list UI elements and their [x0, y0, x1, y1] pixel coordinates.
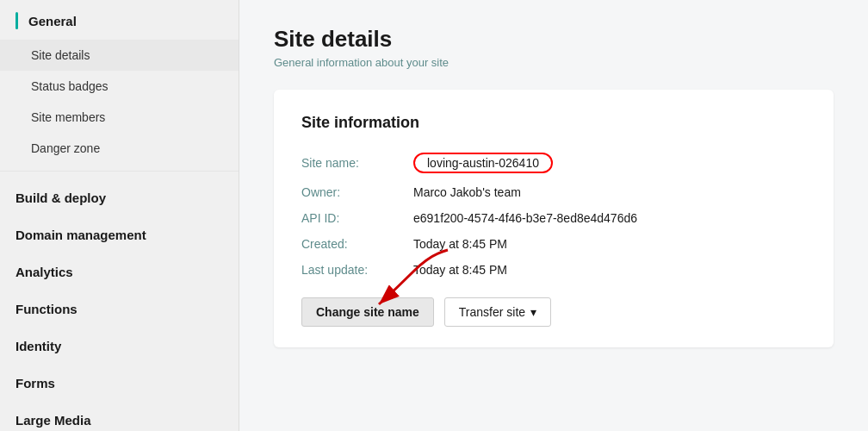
- field-created: Created: Today at 8:45 PM: [301, 237, 806, 251]
- main-content: Site details General information about y…: [239, 0, 868, 431]
- change-site-name-button[interactable]: Change site name: [301, 297, 434, 327]
- field-label-last-update: Last update:: [301, 263, 413, 277]
- button-row: Change site name Transfer site ▾: [301, 297, 806, 327]
- page-subtitle: General information about your site: [274, 56, 834, 69]
- sidebar-item-build-deploy[interactable]: Build & deploy: [0, 178, 239, 216]
- sidebar: General Site details Status badges Site …: [0, 0, 239, 431]
- last-update-value: Today at 8:45 PM: [413, 263, 507, 277]
- sidebar-item-forms[interactable]: Forms: [0, 364, 239, 401]
- site-name-value: loving-austin-026410: [413, 153, 553, 173]
- transfer-site-label: Transfer site: [459, 305, 525, 319]
- field-site-name: Site name: loving-austin-026410: [301, 153, 806, 173]
- field-label-created: Created:: [301, 237, 413, 251]
- sidebar-general-label: General: [28, 14, 77, 28]
- created-value: Today at 8:45 PM: [413, 237, 507, 251]
- owner-value: Marco Jakob's team: [413, 185, 521, 199]
- page-title: Site details: [274, 26, 834, 53]
- sidebar-general-header[interactable]: General: [0, 0, 239, 40]
- chevron-down-icon: ▾: [530, 305, 536, 319]
- sidebar-item-site-details[interactable]: Site details: [0, 40, 239, 71]
- card-title: Site information: [301, 114, 806, 132]
- transfer-site-button[interactable]: Transfer site ▾: [444, 297, 551, 327]
- field-label-api-id: API ID:: [301, 211, 413, 225]
- field-last-update: Last update: Today at 8:45 PM: [301, 263, 806, 277]
- field-api-id: API ID: e691f200-4574-4f46-b3e7-8ed8e4d4…: [301, 211, 806, 225]
- sidebar-item-status-badges[interactable]: Status badges: [0, 71, 239, 102]
- sidebar-item-identity[interactable]: Identity: [0, 327, 239, 364]
- field-label-site-name: Site name:: [301, 156, 413, 170]
- sidebar-item-functions[interactable]: Functions: [0, 290, 239, 327]
- sidebar-item-large-media[interactable]: Large Media: [0, 401, 239, 431]
- active-indicator: [16, 12, 18, 29]
- field-label-owner: Owner:: [301, 185, 413, 199]
- sidebar-item-domain-management[interactable]: Domain management: [0, 216, 239, 253]
- sidebar-item-danger-zone[interactable]: Danger zone: [0, 133, 239, 164]
- field-owner: Owner: Marco Jakob's team: [301, 185, 806, 199]
- sidebar-divider: [0, 171, 239, 172]
- site-info-card: Site information Site name: loving-austi…: [274, 90, 834, 347]
- sidebar-item-analytics[interactable]: Analytics: [0, 253, 239, 290]
- sidebar-item-site-members[interactable]: Site members: [0, 102, 239, 133]
- api-id-value: e691f200-4574-4f46-b3e7-8ed8e4d476d6: [413, 211, 637, 225]
